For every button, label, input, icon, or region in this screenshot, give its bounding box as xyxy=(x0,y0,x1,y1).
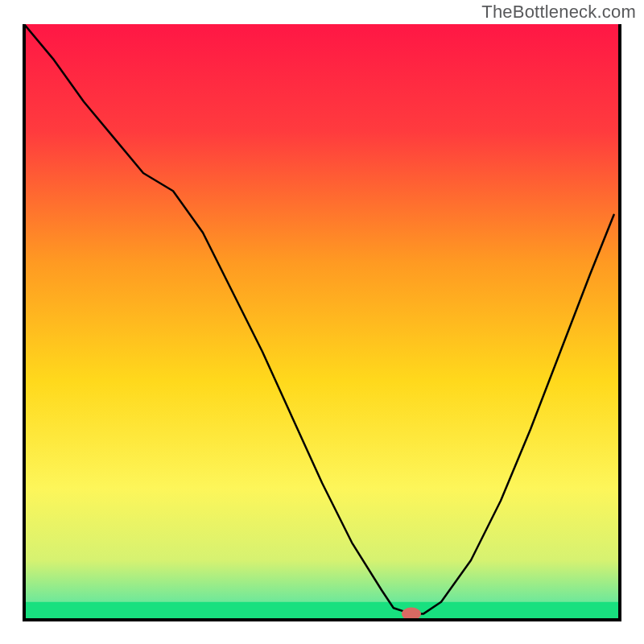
bottleneck-chart xyxy=(0,0,644,644)
green-band xyxy=(24,602,620,620)
watermark-label: TheBottleneck.com xyxy=(481,2,636,23)
chart-container: TheBottleneck.com xyxy=(0,0,644,644)
plot-background xyxy=(24,24,620,620)
